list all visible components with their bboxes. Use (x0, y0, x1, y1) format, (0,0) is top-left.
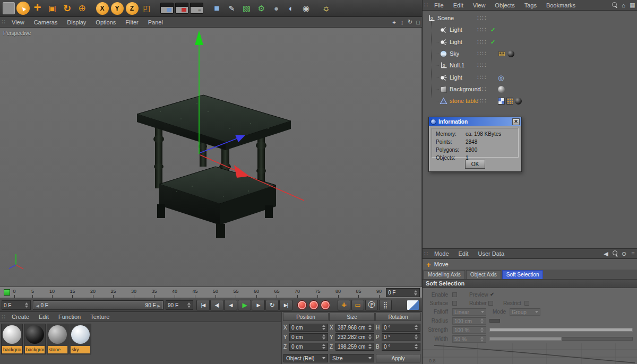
enable-checkbox[interactable] (452, 292, 457, 297)
spinner-icon[interactable] (321, 334, 326, 341)
size-x-field[interactable]: 387.968 cm (335, 324, 374, 332)
position-y-field[interactable]: 0 cm (289, 333, 328, 341)
add-modeling-object-icon[interactable] (254, 1, 269, 15)
visibility-dots-icon[interactable] (477, 14, 486, 22)
tree-item-stone-table[interactable]: stone table (423, 95, 637, 107)
material-name[interactable]: background (25, 346, 45, 353)
spinner-icon[interactable] (414, 334, 418, 341)
falloff-curve[interactable] (434, 345, 635, 363)
menu-display[interactable]: Display (62, 19, 91, 25)
menu-cameras[interactable]: Cameras (29, 19, 63, 25)
lock-x-axis-icon[interactable]: X (96, 2, 109, 15)
menu-function[interactable]: Function (54, 314, 85, 320)
lock-z-axis-icon[interactable]: Z (126, 2, 139, 15)
spinner-icon[interactable] (414, 343, 418, 350)
material-preview-sphere[interactable] (3, 325, 21, 344)
radius-field[interactable]: 100 cm (452, 317, 486, 325)
menu-edit[interactable]: Edit (454, 250, 474, 257)
falloff-curve-graph[interactable]: 0.8 (423, 343, 637, 364)
visibility-dots-icon[interactable] (477, 38, 486, 46)
panel-grip-icon[interactable] (0, 17, 7, 27)
menu-filter[interactable]: Filter (120, 19, 143, 25)
coordinate-mode-dropdown[interactable]: Object (Rel) (283, 354, 328, 362)
lock-y-axis-icon[interactable]: Y (111, 2, 124, 15)
menu-objects[interactable]: Objects (490, 2, 519, 8)
next-frame-button[interactable] (252, 300, 265, 310)
spinner-icon[interactable] (413, 289, 418, 297)
add-primitive-icon[interactable] (210, 1, 224, 15)
apply-button[interactable]: Apply (376, 354, 420, 362)
tree-item-sky[interactable]: Sky (423, 48, 637, 59)
tree-item-light[interactable]: Light (423, 72, 637, 83)
viewport-canvas[interactable] (0, 28, 422, 287)
material-name[interactable]: sky (71, 346, 90, 353)
tree-item-null1[interactable]: 0 Null.1 (423, 59, 637, 71)
enabled-check-icon[interactable] (490, 39, 495, 46)
visibility-dots-icon[interactable] (477, 97, 486, 105)
stone-table-object[interactable] (137, 95, 291, 238)
tree-item-scene[interactable]: 0 Scene (423, 12, 637, 24)
coordinate-system-icon[interactable] (140, 1, 154, 15)
material-preview-sphere[interactable] (71, 325, 90, 344)
current-frame-field[interactable]: 0 F (2, 300, 31, 310)
frame-range-slider[interactable]: 0 F 90 F (33, 300, 163, 310)
preview-check-icon[interactable] (490, 291, 494, 297)
max-frame-field[interactable]: 0 F (386, 288, 420, 297)
keyframe-position-toggle[interactable] (338, 300, 350, 310)
width-slider[interactable] (489, 337, 562, 341)
size-y-field[interactable]: 232.282 cm (335, 333, 374, 341)
material-name[interactable]: stone (48, 346, 67, 353)
enabled-check-icon[interactable] (490, 27, 495, 33)
rotation-h-field[interactable]: 0 ° (382, 324, 420, 332)
search-icon[interactable] (610, 250, 619, 257)
menu-texture[interactable]: Texture (85, 314, 114, 320)
menu-view[interactable]: View (468, 2, 490, 8)
keyframe-parameter-toggle[interactable] (365, 300, 378, 310)
lock-icon[interactable]: ⊙ (619, 250, 629, 257)
rotate-tool-icon[interactable] (60, 1, 74, 15)
dialog-titlebar[interactable]: Information ✕ (429, 117, 521, 126)
strength-slider[interactable] (489, 328, 633, 332)
material-item[interactable]: sky (70, 324, 91, 354)
material-item[interactable]: stone (47, 324, 68, 354)
menu-mode[interactable]: Mode (429, 250, 454, 257)
visibility-dots-icon[interactable] (477, 85, 486, 93)
range-start-arrow-icon[interactable] (36, 302, 40, 308)
rotation-p-field[interactable]: 0 ° (382, 333, 420, 341)
layer-grid-icon[interactable]: ▦ (628, 2, 637, 8)
target-tag-icon[interactable] (498, 74, 504, 82)
gizmo-x-arrow[interactable] (234, 165, 249, 178)
menu-edit[interactable]: Edit (449, 2, 468, 8)
material-tag-icon[interactable] (507, 50, 514, 57)
visibility-dots-icon[interactable] (477, 26, 486, 33)
material-preview-sphere[interactable] (48, 325, 67, 344)
menu-options[interactable]: Options (91, 19, 120, 25)
material-item[interactable]: background (1, 324, 23, 354)
current-frame-marker[interactable] (4, 289, 10, 296)
selection-tag-icon[interactable] (506, 98, 513, 105)
panel-grip-icon[interactable] (423, 249, 429, 258)
menu-bookmarks[interactable]: Bookmarks (541, 2, 580, 8)
add-deformer-icon[interactable] (269, 1, 283, 15)
spinner-icon[interactable] (479, 318, 484, 324)
menu-panel[interactable]: Panel (143, 19, 168, 25)
menu-tags[interactable]: Tags (520, 2, 541, 8)
add-light-icon[interactable] (319, 1, 333, 15)
add-scene-object-icon[interactable] (284, 1, 298, 15)
zoom-view-icon[interactable] (398, 19, 406, 25)
goto-end-button[interactable] (279, 300, 292, 310)
add-spline-icon[interactable] (225, 1, 239, 15)
spinner-icon[interactable] (479, 327, 484, 333)
material-item[interactable]: background (24, 324, 46, 354)
menu-create[interactable]: Create (7, 314, 34, 320)
perspective-viewport[interactable]: Perspective (0, 28, 422, 287)
pan-view-icon[interactable] (390, 19, 398, 25)
tree-item-light[interactable]: Light (423, 24, 637, 36)
loop-button[interactable] (265, 300, 279, 310)
material-preview-sphere[interactable] (25, 325, 44, 344)
tab-object-axis[interactable]: Object Axis (466, 270, 501, 279)
spinner-icon[interactable] (24, 301, 29, 309)
size-z-field[interactable]: 198.259 cm (335, 343, 374, 351)
rotate-view-icon[interactable] (406, 19, 414, 25)
position-z-field[interactable]: 0 cm (289, 343, 328, 351)
